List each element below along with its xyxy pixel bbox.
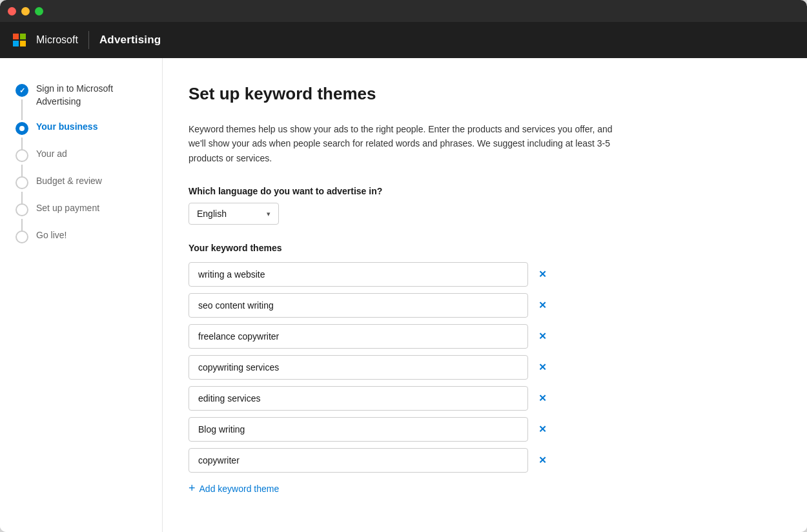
close-icon: ✕ — [538, 331, 547, 342]
sidebar-label-set-up-payment: Set up payment — [36, 202, 99, 215]
sidebar-indicator-your-business — [15, 122, 28, 135]
sidebar-indicator-go-live — [15, 230, 28, 243]
keyword-row: ✕ — [189, 448, 550, 473]
page-title: Set up keyword themes — [189, 84, 768, 104]
language-section-label: Which language do you want to advertise … — [189, 186, 768, 196]
keyword-row: ✕ — [189, 386, 550, 411]
sidebar-indicator-sign-in: ✓ — [15, 84, 28, 97]
sidebar-item-go-live[interactable]: Go live! — [0, 223, 162, 250]
remove-keyword-button-1[interactable]: ✕ — [535, 267, 550, 282]
sidebar-indicator-set-up-payment — [15, 203, 28, 216]
microsoft-logo — [13, 34, 26, 46]
plus-icon: + — [189, 482, 196, 495]
sidebar-label-your-ad: Your ad — [36, 148, 67, 161]
keyword-input-1[interactable] — [189, 262, 528, 287]
close-icon: ✕ — [538, 455, 547, 466]
checkmark-icon: ✓ — [19, 87, 25, 95]
sidebar-label-sign-in: Sign in to Microsoft Advertising — [36, 83, 147, 108]
keyword-row: ✕ — [189, 262, 550, 287]
app-window: Microsoft Advertising ✓ Sign in to Micro… — [0, 0, 807, 532]
remove-keyword-button-3[interactable]: ✕ — [535, 329, 550, 344]
remove-keyword-button-6[interactable]: ✕ — [535, 422, 550, 437]
keyword-input-3[interactable] — [189, 324, 528, 349]
keyword-input-2[interactable] — [189, 293, 528, 318]
navbar-brand: Advertising — [99, 34, 161, 46]
add-keyword-theme-button[interactable]: + Add keyword theme — [189, 479, 279, 498]
close-icon: ✕ — [538, 269, 547, 280]
chevron-down-icon: ▾ — [267, 210, 271, 218]
keyword-input-6[interactable] — [189, 417, 528, 442]
language-dropdown[interactable]: English ▾ — [189, 203, 279, 225]
sidebar-indicator-your-ad — [15, 149, 28, 162]
sidebar-item-sign-in[interactable]: ✓ Sign in to Microsoft Advertising — [0, 76, 162, 114]
main-content: Set up keyword themes Keyword themes hel… — [163, 58, 807, 532]
close-button[interactable] — [8, 7, 16, 15]
keyword-row: ✕ — [189, 293, 550, 318]
keyword-row: ✕ — [189, 324, 550, 349]
keyword-row: ✕ — [189, 355, 550, 380]
titlebar — [0, 0, 807, 22]
description-text: Keyword themes help us show your ads to … — [189, 122, 628, 165]
sidebar-label-budget-review: Budget & review — [36, 175, 102, 188]
navbar: Microsoft Advertising — [0, 22, 807, 58]
add-keyword-theme-label: Add keyword theme — [199, 484, 280, 494]
remove-keyword-button-5[interactable]: ✕ — [535, 391, 550, 406]
keyword-input-5[interactable] — [189, 386, 528, 411]
sidebar-indicator-budget-review — [15, 176, 28, 189]
sidebar-label-go-live: Go live! — [36, 229, 66, 242]
close-icon: ✕ — [538, 300, 547, 311]
close-icon: ✕ — [538, 424, 547, 435]
language-selected-value: English — [197, 209, 227, 219]
sidebar-item-budget-review[interactable]: Budget & review — [0, 169, 162, 196]
remove-keyword-button-2[interactable]: ✕ — [535, 298, 550, 313]
sidebar: ✓ Sign in to Microsoft Advertising Your … — [0, 58, 163, 532]
navbar-microsoft-label: Microsoft — [36, 34, 78, 46]
sidebar-item-set-up-payment[interactable]: Set up payment — [0, 196, 162, 223]
content-area: ✓ Sign in to Microsoft Advertising Your … — [0, 58, 807, 532]
minimize-button[interactable] — [21, 7, 30, 15]
keyword-input-4[interactable] — [189, 355, 528, 380]
maximize-button[interactable] — [35, 7, 43, 15]
sidebar-item-your-ad[interactable]: Your ad — [0, 141, 162, 169]
close-icon: ✕ — [538, 393, 547, 404]
remove-keyword-button-4[interactable]: ✕ — [535, 360, 550, 375]
close-icon: ✕ — [538, 362, 547, 373]
keyword-row: ✕ — [189, 417, 550, 442]
remove-keyword-button-7[interactable]: ✕ — [535, 453, 550, 468]
sidebar-label-your-business: Your business — [36, 121, 97, 134]
keyword-input-7[interactable] — [189, 448, 528, 473]
keyword-themes-label: Your keyword themes — [189, 243, 768, 253]
sidebar-item-your-business[interactable]: Your business — [0, 114, 162, 141]
navbar-divider — [88, 31, 89, 49]
